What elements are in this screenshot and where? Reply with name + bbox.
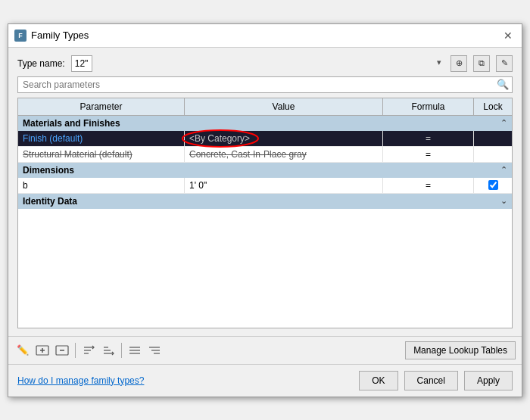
col-header-formula: Formula	[383, 98, 474, 115]
type-name-row: Type name: 12" ⊕ ⧉ ✎	[17, 55, 513, 72]
section-dimensions-title: Dimensions	[18, 163, 474, 178]
lock-b	[474, 178, 512, 193]
table-row[interactable]: Structural Material (default) Concrete, …	[18, 147, 512, 163]
param-finish: Finish (default)	[18, 131, 185, 146]
param-b: b	[18, 178, 185, 193]
dialog-title: Family Types	[31, 30, 89, 41]
add-param-button[interactable]	[34, 342, 51, 359]
bottom-toolbar: ✏️	[8, 336, 522, 364]
search-input[interactable]	[17, 76, 513, 93]
section-identity-title: Identity Data	[18, 194, 474, 209]
ok-button[interactable]: OK	[359, 371, 398, 390]
type-name-label: Type name:	[17, 58, 65, 69]
duplicate-type-button[interactable]: ⧉	[473, 55, 490, 72]
param-structural: Structural Material (default)	[18, 147, 185, 162]
section-identity-collapse[interactable]: ⌄	[474, 196, 512, 206]
footer: How do I manage family types? OK Cancel …	[8, 364, 522, 397]
finish-label: Finish (default)	[23, 133, 83, 144]
type-name-select[interactable]: 12"	[71, 55, 92, 72]
duplicate-type-icon: ⧉	[479, 58, 485, 68]
help-link[interactable]: How do I manage family types?	[17, 375, 144, 386]
table-header: Parameter Value Formula Lock	[18, 98, 512, 116]
section-materials[interactable]: Materials and Finishes ⌃	[18, 116, 512, 131]
value-finish: <By Category>	[185, 131, 383, 146]
lock-b-checkbox[interactable]	[488, 180, 498, 190]
rename-type-button[interactable]: ✎	[496, 55, 513, 72]
title-bar: F Family Types ✕	[8, 24, 522, 48]
toolbar-separator	[75, 343, 76, 358]
sort-desc-button[interactable]	[100, 342, 117, 359]
close-button[interactable]: ✕	[500, 29, 516, 42]
section-dimensions[interactable]: Dimensions ⌃	[18, 163, 512, 178]
remove-param-button[interactable]	[54, 342, 70, 359]
remove-param-icon	[55, 344, 69, 357]
lock-finish	[474, 131, 512, 146]
dialog-body: Type name: 12" ⊕ ⧉ ✎ 🔍 P	[8, 48, 522, 336]
footer-buttons: OK Cancel Apply	[359, 371, 513, 390]
col-header-parameter: Parameter	[18, 98, 185, 115]
table-row[interactable]: b 1' 0" =	[18, 178, 512, 194]
empty-area	[18, 209, 512, 328]
new-type-button[interactable]: ⊕	[450, 55, 467, 72]
search-row: 🔍	[17, 76, 513, 93]
group-icon	[128, 344, 142, 357]
apply-button[interactable]: Apply	[464, 371, 513, 390]
sort-asc-button[interactable]	[80, 342, 97, 359]
add-param-icon	[36, 344, 49, 357]
section-dimensions-collapse[interactable]: ⌃	[474, 165, 512, 175]
family-types-dialog: F Family Types ✕ Type name: 12" ⊕ ⧉ ✎	[8, 23, 522, 397]
rename-type-icon: ✎	[501, 58, 508, 68]
ungroup-button[interactable]	[146, 342, 163, 359]
new-type-icon: ⊕	[456, 58, 463, 68]
formula-finish: =	[383, 131, 474, 146]
lock-structural	[474, 147, 512, 162]
structural-label: Structural Material (default)	[23, 149, 132, 160]
table-row[interactable]: Finish (default) <By Category> =	[18, 131, 512, 147]
ungroup-icon	[148, 344, 161, 357]
table-body: Materials and Finishes ⌃ Finish (default…	[18, 116, 512, 328]
parameters-table: Parameter Value Formula Lock Materials a…	[17, 98, 513, 328]
group-button[interactable]	[126, 342, 143, 359]
structural-value: Concrete, Cast-In-Place gray	[189, 149, 307, 160]
value-b: 1' 0"	[185, 178, 383, 193]
section-materials-title: Materials and Finishes	[18, 116, 474, 131]
finish-value: <By Category>	[189, 133, 250, 144]
formula-structural: =	[383, 147, 474, 162]
sort-asc-icon	[82, 344, 95, 357]
sort-desc-icon	[101, 344, 115, 357]
title-bar-left: F Family Types	[14, 30, 89, 42]
cancel-button[interactable]: Cancel	[404, 371, 458, 390]
search-icon: 🔍	[497, 79, 509, 90]
edit-param-button[interactable]: ✏️	[14, 342, 31, 359]
dialog-icon: F	[14, 30, 26, 42]
manage-lookup-tables-button[interactable]: Manage Lookup Tables	[405, 341, 516, 359]
toolbar-separator-2	[121, 343, 122, 358]
section-identity[interactable]: Identity Data ⌄	[18, 194, 512, 209]
section-materials-collapse[interactable]: ⌃	[474, 118, 512, 128]
formula-b: =	[383, 178, 474, 193]
value-structural: Concrete, Cast-In-Place gray	[185, 147, 383, 162]
col-header-value: Value	[185, 98, 383, 115]
col-header-lock: Lock	[474, 98, 512, 115]
type-name-select-wrapper: 12"	[71, 55, 444, 72]
